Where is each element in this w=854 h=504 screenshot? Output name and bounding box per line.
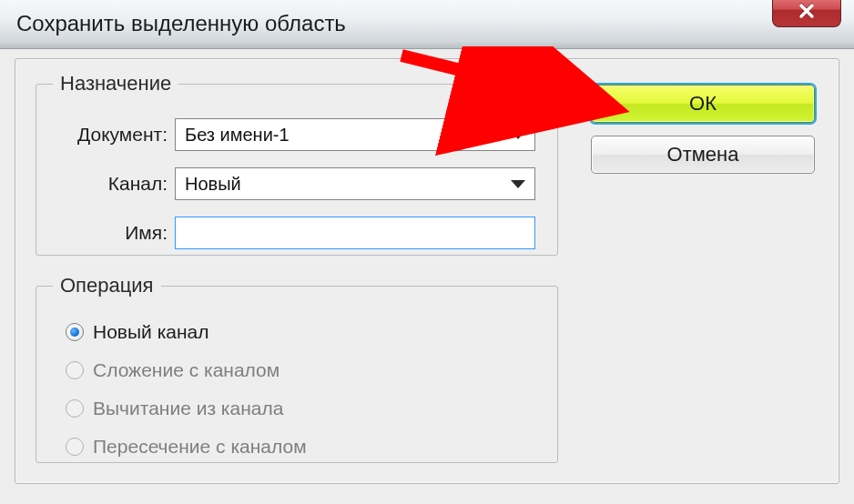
destination-group: Назначение Документ: Без имени-1 Канал: … xyxy=(36,72,558,256)
ok-button-label: ОК xyxy=(689,92,717,116)
document-label: Документ: xyxy=(36,124,175,146)
dialog-body: Назначение Документ: Без имени-1 Канал: … xyxy=(15,58,839,484)
radio-new-channel[interactable]: Новый канал xyxy=(66,318,209,347)
ok-button[interactable]: ОК xyxy=(591,85,815,123)
radio-label: Сложение с каналом xyxy=(93,359,280,381)
chevron-down-icon xyxy=(511,131,525,139)
name-input[interactable] xyxy=(175,217,535,249)
operation-legend: Операция xyxy=(53,274,161,297)
document-value: Без имени-1 xyxy=(185,125,290,146)
radio-label: Новый канал xyxy=(93,321,209,343)
cancel-button-label: Отмена xyxy=(667,143,739,166)
radio-subtract-from-channel: Вычитание из канала xyxy=(66,394,283,423)
window-title: Сохранить выделенную область xyxy=(16,11,346,36)
channel-dropdown[interactable]: Новый xyxy=(175,167,535,200)
radio-add-to-channel: Сложение с каналом xyxy=(66,356,280,385)
channel-row: Канал: Новый xyxy=(36,166,535,201)
titlebar: Сохранить выделенную область xyxy=(0,0,854,49)
name-label: Имя: xyxy=(36,222,175,244)
channel-label: Канал: xyxy=(36,173,175,195)
channel-value: Новый xyxy=(185,174,241,195)
destination-legend: Назначение xyxy=(53,72,178,96)
name-row: Имя: xyxy=(36,216,535,250)
document-row: Документ: Без имени-1 xyxy=(36,117,535,152)
radio-label: Вычитание из канала xyxy=(93,398,283,419)
chevron-down-icon xyxy=(511,180,525,188)
close-icon xyxy=(798,2,816,20)
operation-group: Операция Новый канал Сложение с каналом … xyxy=(36,274,558,463)
document-dropdown[interactable]: Без имени-1 xyxy=(175,118,535,151)
radio-icon xyxy=(66,399,84,418)
radio-intersect-with-channel: Пересечение с каналом xyxy=(66,432,307,461)
radio-label: Пересечение с каналом xyxy=(93,436,307,458)
radio-icon xyxy=(66,361,84,379)
radio-icon xyxy=(66,323,84,341)
radio-icon xyxy=(66,438,84,456)
window-close-button[interactable] xyxy=(772,0,841,27)
cancel-button[interactable]: Отмена xyxy=(591,136,815,174)
